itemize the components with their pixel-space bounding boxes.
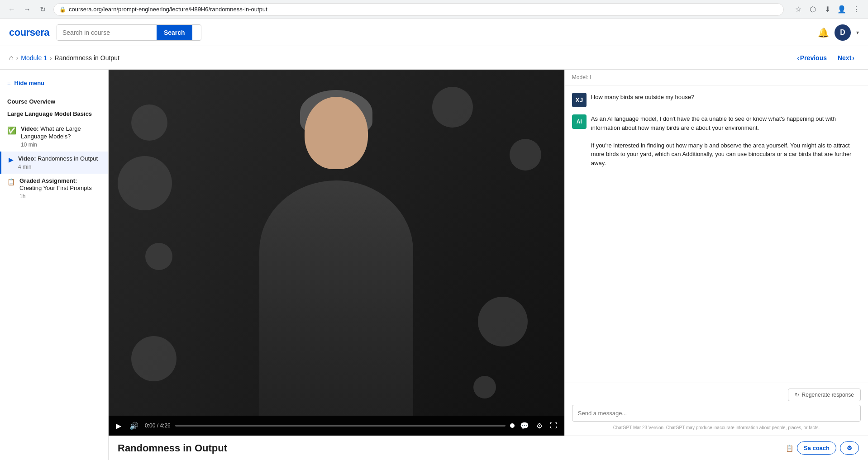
hide-menu-button[interactable]: ≡ Hide menu [0,77,52,89]
fullscreen-button[interactable]: ⛶ [548,420,559,432]
hide-menu-label: Hide menu [14,80,44,86]
video-person [259,180,413,416]
forward-button[interactable]: → [21,3,33,16]
back-button[interactable]: ← [5,3,18,16]
video-section: ▶ 🔊 0:00 / 4:26 💬 ⚙ ⛶ [109,70,564,436]
sidebar-item-text-3: Graded Assignment: Creating Your First P… [19,177,101,200]
regenerate-label: Regenerate response [802,392,854,398]
page-title: Randomness in Output [118,442,227,454]
breadcrumb-sep-2: › [50,54,52,62]
sidebar-item-video2[interactable]: ▶ Video: Randomness in Output 4 min [0,152,108,174]
regenerate-icon: ↻ [795,392,799,398]
play-pause-button[interactable]: ▶ [114,420,123,432]
chat-message-ai: AI As an AI language model, I don't have… [572,114,861,167]
sidebar-item-meta-3: 1h [19,193,101,199]
video-time-total: 4:26 [160,422,170,429]
profile-icon[interactable]: 👤 [835,3,848,16]
ai-avatar-chat: AI [572,114,587,129]
user-avatar-chat: XJ [572,93,587,107]
breadcrumb: ⌂ › Module 1 › Randomness in Output [9,54,789,62]
video-progress-bar[interactable] [175,425,506,427]
user-message-text: How many birds are outside my house? [591,93,861,107]
video-controls-right: 💬 ⚙ ⛶ [510,420,559,432]
home-icon[interactable]: ⌂ [9,54,14,62]
chat-input[interactable] [572,405,861,422]
sidebar-item-label-2: Video: Randomness in Output [18,155,101,163]
chat-disclaimer: ChatGPT Mar 23 Version. ChatGPT may prod… [572,425,861,430]
video-frame[interactable] [109,70,564,416]
prev-next-nav: ‹ Previous Next › [792,52,859,64]
video-time-current: 0:00 [145,422,155,429]
sidebar-item-text-1: Video: What are Large Language Models? 1… [21,125,101,148]
play-icon: ▶ [9,156,14,163]
previous-label: Previous [800,54,827,62]
sidebar-item-meta-1: 10 min [21,142,101,148]
extension-icon[interactable]: ⬡ [806,3,819,16]
notification-button[interactable]: 🔔 [818,27,829,38]
next-button[interactable]: Next › [833,52,859,64]
user-avatar[interactable]: D [835,24,851,41]
chat-model-label: Model: I [565,70,868,85]
regenerate-button[interactable]: ↻ Regenerate response [788,389,861,401]
next-label: Next [838,54,851,62]
model-label-text: Model: I [572,74,591,81]
browser-icons: ☆ ⬡ ⬇ 👤 ⋮ [792,3,863,16]
ai-message-text: As an AI language model, I don't have th… [591,114,861,167]
search-container: Search [57,24,201,41]
breadcrumb-module1[interactable]: Module 1 [21,54,47,62]
chat-message-user: XJ How many birds are outside my house? [572,93,861,107]
captions-button[interactable]: 💬 [518,420,531,432]
sidebar-item-text-2: Video: Randomness in Output 4 min [18,155,101,170]
previous-button[interactable]: ‹ Previous [792,52,831,64]
video-title-bar: Randomness in Output 📋 Sa coach ⚙ [109,436,868,460]
chat-section: Model: I XJ How many birds are outside m… [564,70,868,436]
section-title: Large Language Model Basics [0,109,108,122]
sidebar-item-graded[interactable]: 📋 Graded Assignment: Creating Your First… [0,174,108,204]
breadcrumb-sep-1: › [16,54,19,62]
content-area: ▶ 🔊 0:00 / 4:26 💬 ⚙ ⛶ [109,70,868,460]
star-icon[interactable]: ☆ [792,3,805,16]
url-text: coursera.org/learn/prompt-engineering/le… [69,6,267,13]
address-bar[interactable]: 🔒 coursera.org/learn/prompt-engineering/… [53,3,784,16]
sidebar-item-video1[interactable]: ✅ Video: What are Large Language Models?… [0,122,108,152]
coach-icon-button[interactable]: ⚙ [840,441,859,455]
download-icon[interactable]: ⬇ [821,3,834,16]
search-button[interactable]: Search [157,25,192,40]
next-arrow-icon: › [852,54,854,62]
title-bar-right: 📋 Sa coach ⚙ [786,441,859,455]
chat-messages: XJ How many birds are outside my house? … [565,85,868,383]
volume-dot [510,423,515,428]
browser-nav-buttons: ← → ↻ [5,3,49,16]
chat-input-area: ↻ Regenerate response ChatGPT Mar 23 Ver… [565,383,868,436]
video-background [109,70,564,416]
search-input[interactable] [57,25,157,40]
header-right: 🔔 D ▾ [818,24,859,41]
breadcrumb-current: Randomness in Output [55,54,119,62]
sidebar-item-meta-2: 4 min [18,164,101,170]
video-head [305,97,368,169]
content-nav: ⌂ › Module 1 › Randomness in Output ‹ Pr… [0,46,868,70]
video-chat-row: ▶ 🔊 0:00 / 4:26 💬 ⚙ ⛶ [109,70,868,436]
prev-arrow-icon: ‹ [797,54,799,62]
settings-button[interactable]: ⚙ [534,420,544,432]
menu-icon[interactable]: ⋮ [850,3,863,16]
main-body: ≡ Hide menu Course Overview Large Langua… [0,70,868,460]
hamburger-icon: ≡ [7,80,11,86]
app-header: coursera Search 🔔 D ▾ [0,19,868,46]
avatar-caret[interactable]: ▾ [856,29,859,36]
sidebar-item-label-3: Graded Assignment: Creating Your First P… [19,177,101,193]
notes-icon: 📋 [786,445,793,452]
check-icon: ✅ [7,126,16,135]
lock-icon: 🔒 [59,6,66,13]
sidebar-item-label-1: Video: What are Large Language Models? [21,125,101,141]
video-time: 0:00 / 4:26 [145,422,171,429]
course-overview-link[interactable]: Course Overview [0,95,108,109]
coursera-logo: coursera [9,27,49,38]
video-controls: ▶ 🔊 0:00 / 4:26 💬 ⚙ ⛶ [109,416,564,436]
reload-button[interactable]: ↻ [36,3,49,16]
browser-chrome: ← → ↻ 🔒 coursera.org/learn/prompt-engine… [0,0,868,19]
volume-button[interactable]: 🔊 [128,420,140,432]
sidebar: ≡ Hide menu Course Overview Large Langua… [0,70,109,460]
sa-coach-button[interactable]: Sa coach [797,441,836,455]
graded-icon: 📋 [7,178,15,185]
